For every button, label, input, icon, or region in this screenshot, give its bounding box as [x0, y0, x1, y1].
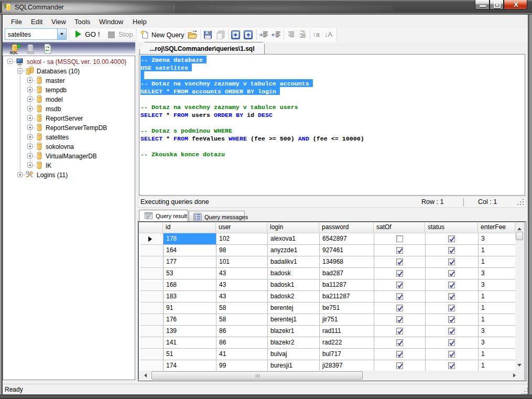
- svg-text:SQL: SQL: [10, 50, 18, 55]
- svg-text:SQL: SQL: [27, 50, 35, 55]
